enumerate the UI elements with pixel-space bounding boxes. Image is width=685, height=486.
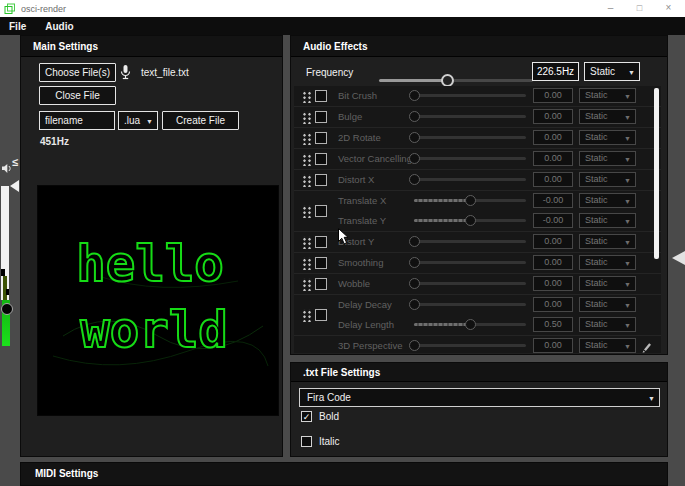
effect-row: Smoothing0.00Static▼	[294, 253, 661, 273]
effect-anim-dropdown[interactable]: Static▼	[579, 234, 636, 249]
effect-row: Distort Y0.00Static▼	[294, 232, 661, 252]
effect-value-input[interactable]: 0.00	[533, 151, 573, 166]
chevron-down-icon: ▼	[624, 215, 631, 228]
effect-label: 2D Rotate	[338, 128, 381, 148]
effect-value-input[interactable]: 0.00	[533, 109, 573, 124]
effect-value-input[interactable]: 0.50	[533, 317, 573, 332]
effect-slider[interactable]	[414, 199, 526, 202]
effect-row: 3D Perspective0.00Static▼	[294, 336, 661, 353]
effect-value-input[interactable]: 0.00	[533, 276, 573, 291]
effect-row: Bit Crush0.00Static▼	[294, 86, 661, 106]
volume-meter-tick	[6, 289, 9, 295]
effect-value-input[interactable]: 0.00	[533, 338, 573, 353]
effect-anim-dropdown[interactable]: Static▼	[579, 213, 636, 228]
effect-slider[interactable]	[414, 178, 526, 181]
effect-value-input[interactable]: 0.00	[533, 297, 573, 312]
effect-anim-dropdown[interactable]: Static▼	[579, 172, 636, 187]
effect-slider-thumb[interactable]	[409, 90, 420, 101]
display-line-1: hello	[76, 236, 224, 293]
volume-marker-icon[interactable]	[10, 180, 19, 192]
effect-row: Translate Y-0.00Static▼	[294, 211, 661, 231]
effect-value-input[interactable]: -0.00	[533, 193, 573, 208]
effect-anim-dropdown[interactable]: Static▼	[579, 255, 636, 270]
effect-anim-dropdown[interactable]: Static▼	[579, 151, 636, 166]
effect-anim-dropdown[interactable]: Static▼	[579, 297, 636, 312]
titlebar: osci-render – □ ×	[0, 0, 685, 17]
frequency-readout: 451Hz	[40, 136, 69, 147]
effect-slider[interactable]	[414, 323, 526, 326]
effect-slider-thumb[interactable]	[409, 132, 420, 143]
microphone-icon[interactable]	[119, 64, 132, 85]
main-settings-panel: Main Settings Choose File(s) text_file.t…	[20, 35, 283, 457]
italic-checkbox[interactable]	[301, 436, 312, 447]
effect-anim-dropdown[interactable]: Static▼	[579, 193, 636, 208]
effect-slider[interactable]	[414, 219, 526, 222]
effect-slider-thumb[interactable]	[465, 215, 476, 226]
effect-slider[interactable]	[414, 157, 526, 160]
extension-dropdown[interactable]: .lua▼	[118, 111, 158, 130]
effect-anim-dropdown[interactable]: Static▼	[579, 130, 636, 145]
effect-label: Bit Crush	[338, 86, 377, 106]
effects-scrollbar-thumb[interactable]	[654, 88, 659, 259]
effect-slider-thumb[interactable]	[409, 236, 420, 247]
maximize-icon[interactable]: □	[625, 0, 654, 17]
close-file-button[interactable]: Close File	[39, 86, 116, 105]
effect-slider[interactable]	[414, 136, 526, 139]
minimize-icon[interactable]: –	[596, 0, 625, 17]
font-family-dropdown[interactable]: Fira Code▼	[299, 388, 660, 407]
effect-group: Bulge0.00Static▼	[294, 107, 661, 128]
chevron-down-icon: ▼	[624, 278, 631, 291]
effect-slider-thumb[interactable]	[409, 153, 420, 164]
oscilloscope-display: hello world	[37, 185, 279, 416]
effect-slider-thumb[interactable]	[409, 257, 420, 268]
chevron-down-icon: ▼	[624, 257, 631, 270]
effect-group: Vector Cancelling0.00Static▼	[294, 149, 661, 170]
menu-file[interactable]: File	[9, 21, 26, 32]
effect-slider[interactable]	[414, 282, 526, 285]
effect-value-input[interactable]: 0.00	[533, 255, 573, 270]
effect-slider-thumb[interactable]	[409, 299, 420, 310]
effect-anim-dropdown[interactable]: Static▼	[579, 109, 636, 124]
close-icon[interactable]: ×	[654, 0, 683, 17]
effect-anim-dropdown[interactable]: Static▼	[579, 276, 636, 291]
effect-anim-dropdown[interactable]: Static▼	[579, 338, 636, 353]
midi-settings-panel[interactable]: MIDI Settings	[20, 462, 668, 486]
effect-row: 2D Rotate0.00Static▼	[294, 128, 661, 148]
effect-anim-dropdown[interactable]: Static▼	[579, 317, 636, 332]
edit-effect-icon[interactable]	[641, 340, 652, 353]
bold-checkbox[interactable]: ✓	[301, 411, 312, 422]
effect-label: Delay Decay	[338, 295, 392, 315]
effect-slider[interactable]	[414, 261, 526, 264]
effect-value-input[interactable]: 0.00	[533, 130, 573, 145]
effect-slider-thumb[interactable]	[409, 278, 420, 289]
effect-slider[interactable]	[414, 240, 526, 243]
choose-files-button[interactable]: Choose File(s)	[39, 63, 116, 82]
effect-slider-thumb[interactable]	[465, 195, 476, 206]
frequency-anim-dropdown[interactable]: Static▼	[584, 62, 640, 81]
txt-settings-header: .txt File Settings	[291, 363, 667, 382]
menu-audio[interactable]: Audio	[45, 21, 73, 32]
effect-slider-thumb[interactable]	[465, 319, 476, 330]
effect-slider-thumb[interactable]	[409, 174, 420, 185]
effect-slider[interactable]	[414, 94, 526, 97]
effect-value-input[interactable]: 0.00	[533, 172, 573, 187]
frequency-value-input[interactable]: 226.5Hz	[532, 62, 579, 81]
effect-slider[interactable]	[414, 344, 526, 347]
effect-label: Bulge	[338, 107, 362, 127]
effect-value-input[interactable]: -0.00	[533, 213, 573, 228]
filename-input[interactable]	[39, 111, 115, 130]
effect-slider[interactable]	[414, 303, 526, 306]
display-line-2: world	[80, 302, 228, 359]
effect-value-input[interactable]: 0.00	[533, 234, 573, 249]
speaker-icon[interactable]	[1, 160, 12, 178]
create-file-button[interactable]: Create File	[162, 111, 239, 130]
frequency-slider[interactable]	[379, 79, 533, 82]
effect-slider[interactable]	[414, 115, 526, 118]
effect-label: Translate X	[338, 191, 386, 211]
effect-slider-thumb[interactable]	[409, 111, 420, 122]
effect-slider-thumb[interactable]	[409, 340, 420, 351]
effect-anim-dropdown[interactable]: Static▼	[579, 88, 636, 103]
collapse-panel-arrow-icon[interactable]	[672, 251, 685, 265]
volume-slider-thumb[interactable]	[1, 303, 13, 315]
effect-value-input[interactable]: 0.00	[533, 88, 573, 103]
